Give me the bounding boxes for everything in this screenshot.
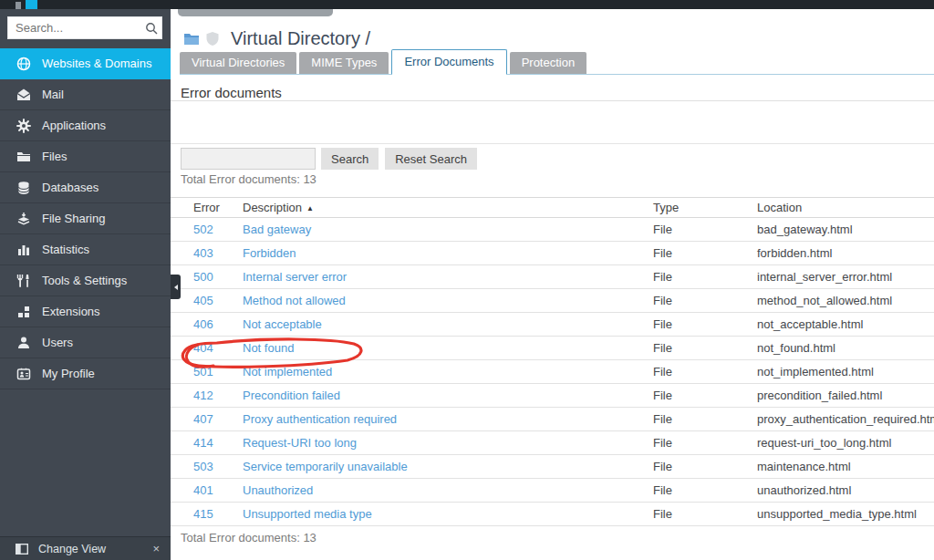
table-row: 403 Forbidden File forbidden.html (171, 242, 934, 265)
sidebar-item-label: Statistics (42, 243, 89, 256)
table-row: 401 Unauthorized File unauthorized.html (171, 479, 934, 503)
plesk-app: Websites & Domains Mail Applications Fil… (0, 0, 934, 560)
sidebar-item-label: Applications (42, 119, 106, 132)
search-icon[interactable] (141, 22, 161, 35)
error-description-link[interactable]: Precondition failed (243, 389, 340, 402)
table-row: 414 Request-URI too long File request-ur… (171, 431, 934, 455)
sidebar-item-my-profile[interactable]: My Profile (0, 358, 171, 389)
chevron-left-icon (174, 285, 178, 290)
error-code-link[interactable]: 404 (193, 341, 213, 355)
error-type-cell: File (653, 360, 757, 384)
error-code-link[interactable]: 403 (193, 246, 213, 260)
error-code-link[interactable]: 415 (193, 507, 213, 521)
sidebar-item-label: Users (42, 336, 73, 349)
error-code-link[interactable]: 501 (193, 365, 213, 379)
error-code-link[interactable]: 500 (193, 270, 213, 284)
sidebar-collapse-handle[interactable] (171, 275, 181, 299)
tab-virtual-directories[interactable]: Virtual Directories (180, 52, 296, 74)
folder-icon (16, 149, 31, 164)
brand-accent-icon (26, 0, 37, 9)
sidebar-item-applications[interactable]: Applications (0, 110, 171, 141)
tab-protection[interactable]: Protection (510, 52, 587, 74)
change-view-icon (16, 544, 28, 555)
error-type-cell: File (653, 242, 757, 265)
sidebar-item-label: File Sharing (42, 212, 105, 225)
table-row: 404 Not found File not_found.html (171, 337, 934, 360)
error-type-cell: File (653, 289, 757, 313)
sidebar-item-websites-domains[interactable]: Websites & Domains (0, 48, 171, 79)
logo-icon (16, 2, 21, 9)
sidebar-item-extensions[interactable]: Extensions (0, 296, 171, 327)
table-row: 412 Precondition failed File preconditio… (171, 384, 934, 408)
sidebar-item-databases[interactable]: Databases (0, 172, 171, 203)
sidebar-item-file-sharing[interactable]: File Sharing (0, 203, 171, 234)
divider (171, 143, 934, 144)
sort-asc-icon: ▲ (306, 204, 314, 213)
change-view-bar[interactable]: Change View × (0, 536, 171, 560)
gear-icon (16, 118, 31, 133)
tab-mime-types[interactable]: MIME Types (299, 52, 389, 74)
error-code-link[interactable]: 405 (193, 294, 213, 307)
sidebar-item-users[interactable]: Users (0, 327, 171, 358)
error-type-cell: File (653, 265, 757, 289)
column-header-error: Error (171, 198, 243, 218)
error-type-cell: File (653, 408, 757, 431)
section-heading: Error documents (181, 85, 282, 100)
globe-icon (16, 56, 31, 71)
error-description-link[interactable]: Unauthorized (243, 483, 313, 497)
error-description-link[interactable]: Proxy authentication required (243, 412, 397, 426)
error-description-link[interactable]: Internal server error (243, 270, 347, 284)
tools-icon (16, 273, 31, 288)
error-code-link[interactable]: 412 (193, 389, 213, 402)
table-row: 503 Service temporarily unavailable File… (171, 455, 934, 479)
sidebar-item-mail[interactable]: Mail (0, 79, 171, 110)
error-location-cell: method_not_allowed.html (757, 289, 934, 313)
user-icon (16, 335, 31, 350)
error-location-cell: maintenance.html (757, 455, 934, 479)
change-view-label: Change View (38, 543, 106, 555)
main-content: Virtual Directory / Virtual Directories … (171, 9, 934, 560)
error-description-link[interactable]: Forbidden (243, 246, 296, 260)
table-row: 405 Method not allowed File method_not_a… (171, 289, 934, 313)
error-type-cell: File (653, 313, 757, 337)
title-row: Virtual Directory / (183, 27, 370, 49)
error-description-link[interactable]: Unsupported media type (243, 507, 372, 521)
error-code-link[interactable]: 503 (193, 460, 213, 473)
table-body: 502 Bad gateway File bad_gateway.html 40… (171, 218, 934, 526)
error-description-link[interactable]: Not found (243, 341, 294, 355)
error-code-link[interactable]: 406 (193, 317, 213, 331)
error-code-link[interactable]: 414 (193, 436, 213, 450)
search-button[interactable]: Search (321, 148, 379, 170)
table-row: 407 Proxy authentication required File p… (171, 408, 934, 431)
error-description-link[interactable]: Not implemented (243, 365, 332, 379)
column-header-description[interactable]: Description▲ (243, 198, 653, 218)
error-location-cell: unauthorized.html (757, 479, 934, 503)
error-location-cell: not_acceptable.html (757, 313, 934, 337)
sidebar-item-tools-settings[interactable]: Tools & Settings (0, 265, 171, 296)
tab-strip: Virtual Directories MIME Types Error Doc… (180, 49, 934, 75)
table-search-input[interactable] (181, 148, 316, 170)
error-code-link[interactable]: 401 (193, 483, 213, 497)
close-icon[interactable]: × (152, 542, 160, 555)
error-code-link[interactable]: 407 (193, 412, 213, 426)
error-description-link[interactable]: Not acceptable (243, 317, 322, 331)
reset-search-button[interactable]: Reset Search (385, 148, 477, 170)
sidebar-item-label: Mail (42, 88, 64, 101)
error-type-cell: File (653, 455, 757, 479)
error-description-link[interactable]: Service temporarily unavailable (243, 460, 408, 473)
shield-icon (205, 31, 220, 47)
error-description-link[interactable]: Request-URI too long (243, 436, 357, 450)
mail-icon (16, 87, 31, 102)
sidebar-search-input[interactable] (8, 21, 141, 35)
column-header-location: Location (757, 198, 934, 218)
error-code-link[interactable]: 502 (193, 223, 213, 236)
error-location-cell: proxy_authentication_required.html (757, 408, 934, 431)
error-description-link[interactable]: Bad gateway (243, 223, 311, 236)
error-documents-table: Error Description▲ Type Location 502 Bad… (171, 197, 934, 526)
sidebar-item-statistics[interactable]: Statistics (0, 234, 171, 265)
sidebar: Websites & Domains Mail Applications Fil… (0, 9, 171, 560)
sidebar-search-box[interactable] (7, 16, 162, 39)
error-description-link[interactable]: Method not allowed (243, 294, 346, 307)
tab-error-documents[interactable]: Error Documents (391, 49, 506, 75)
sidebar-item-files[interactable]: Files (0, 141, 171, 172)
